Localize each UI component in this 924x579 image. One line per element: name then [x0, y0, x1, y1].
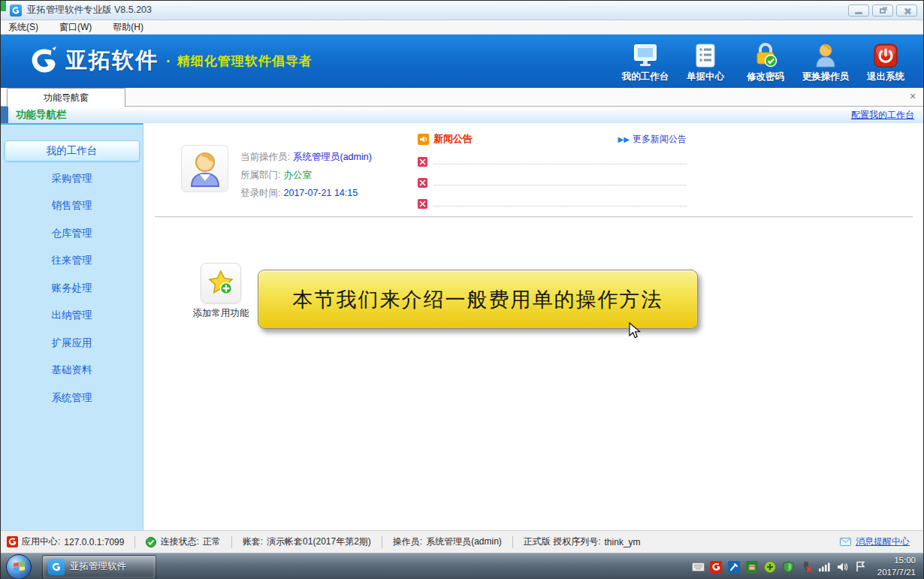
sidebar-item-cashier[interactable]: 出纳管理 — [1, 305, 143, 326]
tool-icon[interactable] — [728, 560, 741, 573]
workbench-monitor-icon — [633, 39, 658, 68]
network-signal-icon[interactable] — [818, 560, 831, 573]
news-item-row[interactable] — [418, 146, 687, 167]
double-arrow-icon: ▶▶ — [618, 135, 630, 143]
operator-avatar — [181, 145, 228, 192]
application-window: 亚拓管理软件专业版 V8.5.203 系统(S) 窗口(W) 帮助(H) 亚拓软… — [0, 0, 924, 579]
news-item-icon — [418, 199, 427, 209]
tab-close-icon[interactable]: × — [907, 90, 919, 102]
department-value: 办公室 — [283, 169, 312, 182]
account-set-status: 账套: 演示帐套01(2017年第2期) — [243, 535, 371, 548]
news-item-placeholder — [433, 164, 687, 164]
horizontal-separator — [155, 216, 913, 218]
close-button[interactable] — [896, 5, 917, 17]
plus-circle-icon[interactable] — [764, 560, 777, 573]
title-bar: 亚拓管理软件专业版 V8.5.203 — [1, 1, 923, 20]
windows-flag-icon — [14, 562, 25, 572]
system-tray — [692, 560, 867, 573]
license-label: 正式版 授权序列号: — [524, 535, 601, 548]
toolbar-my-workbench[interactable]: 我的工作台 — [615, 39, 675, 83]
minimize-button[interactable] — [848, 5, 869, 17]
sidebar-item-sales[interactable]: 销售管理 — [1, 195, 143, 216]
notification-flag-icon[interactable] — [854, 560, 867, 573]
connection-value: 正常 — [203, 535, 221, 548]
sidebar-navigation: 我的工作台 采购管理 销售管理 仓库管理 往来管理 账务处理 出纳管理 扩展应用… — [1, 123, 143, 530]
brand-dot: · — [166, 53, 171, 70]
menu-bar: 系统(S) 窗口(W) 帮助(H) — [1, 20, 923, 35]
sidebar-item-my-workbench[interactable]: 我的工作台 — [5, 140, 140, 161]
sidebar-item-system[interactable]: 系统管理 — [1, 388, 143, 409]
operator-status: 操作员: 系统管理员(admin) — [393, 535, 502, 548]
volume-icon[interactable] — [836, 560, 849, 573]
windows-taskbar: 亚拓管理软件 — [1, 553, 923, 579]
sidebar-item-accounting[interactable]: 账务处理 — [1, 278, 143, 299]
keyboard-icon[interactable] — [692, 560, 705, 573]
section-title: 功能导航栏 — [16, 108, 67, 122]
clock-date: 2017/7/21 — [877, 567, 916, 579]
tutorial-banner-text: 本节我们来介绍一般费用单的操作方法 — [293, 286, 663, 313]
section-accent-block — [1, 107, 8, 123]
connection-ok-icon — [146, 537, 156, 547]
add-favorite-function-button[interactable]: 添加常用功能 — [183, 263, 258, 320]
operator-label: 当前操作员: — [240, 151, 290, 164]
sidebar-item-contacts[interactable]: 往来管理 — [1, 250, 143, 271]
start-button[interactable] — [6, 554, 32, 579]
configure-workbench-link[interactable]: 配置我的工作台 — [851, 109, 914, 122]
news-item-row[interactable] — [418, 167, 687, 188]
add-favorite-label: 添加常用功能 — [193, 307, 249, 320]
operator-value: 系统管理员(admin) — [293, 151, 372, 164]
restore-button[interactable] — [872, 5, 893, 17]
star-plus-icon — [201, 263, 241, 303]
workspace-content: 当前操作员:系统管理员(admin) 所属部门:办公室 登录时间:2017-07… — [144, 123, 923, 530]
license-value: think_ym — [605, 537, 641, 547]
document-center-icon — [695, 39, 716, 68]
header-toolbar: 我的工作台 单据中心 修改密码 更换操作员 — [615, 39, 916, 83]
main-body: 我的工作台 采购管理 销售管理 仓库管理 往来管理 账务处理 出纳管理 扩展应用… — [1, 123, 923, 530]
news-item-row[interactable] — [418, 188, 687, 209]
sidebar-item-base-data[interactable]: 基础资料 — [1, 360, 143, 381]
sidebar-item-purchase[interactable]: 采购管理 — [1, 168, 143, 189]
yatuo-tray-icon[interactable] — [710, 560, 723, 573]
shield-icon[interactable] — [782, 560, 795, 573]
plug-disconnected-icon[interactable] — [800, 560, 813, 573]
toolbar-document-center[interactable]: 单据中心 — [675, 39, 735, 83]
status-bar: 应用中心: 127.0.0.1:7099 连接状态: 正常 账套: 演示帐套01… — [1, 530, 923, 553]
connection-label: 连接状态: — [160, 535, 198, 548]
envelope-icon — [840, 538, 851, 546]
tutorial-banner: 本节我们来介绍一般费用单的操作方法 — [258, 270, 698, 329]
news-item-icon — [418, 178, 427, 188]
toolbar-change-password[interactable]: 修改密码 — [735, 39, 796, 83]
taskbar-app-button[interactable]: 亚拓管理软件 — [42, 555, 156, 579]
package-icon[interactable] — [746, 560, 759, 573]
sidebar-item-warehouse[interactable]: 仓库管理 — [1, 223, 143, 244]
password-lock-icon — [753, 39, 778, 68]
announcement-speaker-icon — [418, 134, 429, 145]
menu-window[interactable]: 窗口(W) — [59, 21, 92, 34]
toolbar-exit-system[interactable]: 退出系统 — [856, 39, 916, 83]
app-center-label: 应用中心: — [22, 535, 60, 548]
news-item-placeholder — [433, 185, 687, 185]
brand-name: 亚拓软件 — [65, 46, 159, 76]
app-window-icon — [10, 5, 22, 17]
toolbar-switch-operator[interactable]: 更换操作员 — [796, 39, 856, 83]
connection-status: 连接状态: 正常 — [146, 535, 220, 548]
sidebar-item-extensions[interactable]: 扩展应用 — [1, 333, 143, 354]
message-center-link[interactable]: 消息提醒中心 — [840, 535, 910, 548]
mouse-cursor — [629, 322, 641, 339]
license-status: 正式版 授权序列号: think_ym — [524, 535, 641, 548]
status-operator-value: 系统管理员(admin) — [426, 535, 502, 548]
news-panel: 新闻公告 ▶▶更多新闻公告 — [418, 132, 687, 209]
brand-header: 亚拓软件 · 精细化管理软件倡导者 我的工作台 单据中心 修改密 — [1, 35, 923, 88]
brand-logo: 亚拓软件 · 精细化管理软件倡导者 — [28, 45, 313, 77]
menu-system[interactable]: 系统(S) — [8, 21, 38, 34]
operator-info: 当前操作员:系统管理员(admin) 所属部门:办公室 登录时间:2017-07… — [240, 148, 372, 202]
status-operator-label: 操作员: — [393, 535, 422, 548]
news-item-placeholder — [433, 206, 687, 207]
tab-function-navigation[interactable]: 功能导航窗 — [7, 88, 125, 107]
screen-corner-artifact — [1, 1, 6, 11]
more-news-link[interactable]: ▶▶更多新闻公告 — [618, 133, 687, 146]
window-title: 亚拓管理软件专业版 V8.5.203 — [27, 4, 152, 17]
menu-help[interactable]: 帮助(H) — [113, 21, 143, 34]
login-time-label: 登录时间: — [240, 187, 280, 200]
taskbar-clock[interactable]: 15:00 2017/7/21 — [877, 555, 916, 578]
